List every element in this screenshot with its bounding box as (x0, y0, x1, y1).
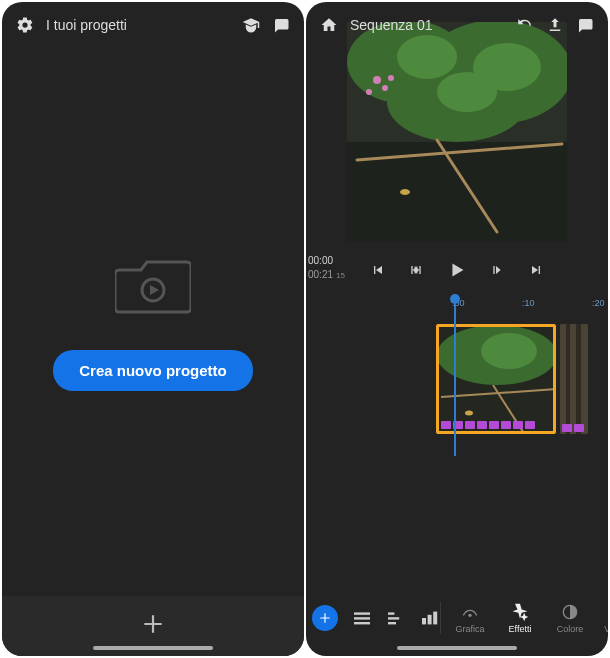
projects-topbar: I tuoi progetti (2, 2, 304, 48)
svg-point-18 (481, 333, 537, 369)
svg-rect-25 (354, 612, 370, 614)
svg-rect-23 (566, 324, 570, 434)
projects-screen: I tuoi progetti Crea nuovo progetto (2, 2, 304, 656)
playhead[interactable] (454, 298, 456, 456)
share-icon[interactable] (546, 16, 564, 34)
svg-point-10 (382, 85, 388, 91)
home-indicator (397, 646, 517, 650)
svg-rect-30 (388, 622, 396, 624)
home-icon[interactable] (320, 16, 338, 34)
svg-point-8 (437, 72, 497, 112)
play-icon[interactable] (446, 259, 468, 281)
sequence-title[interactable]: Sequenza 01 (350, 17, 433, 33)
tab-label: Effetti (509, 624, 532, 634)
undo-icon[interactable] (516, 16, 534, 34)
editor-toolrow: Grafica Effetti Colore Velocità Au (306, 594, 608, 642)
timeline[interactable] (306, 314, 608, 454)
tab-velocita[interactable]: Velocità (599, 602, 608, 634)
svg-point-12 (388, 75, 394, 81)
svg-rect-33 (433, 612, 437, 625)
editor-screen: Sequenza 01 00:00 00:2115 :00 :10 :20 (306, 2, 608, 656)
svg-point-21 (465, 411, 473, 416)
add-media-button[interactable] (312, 605, 338, 631)
svg-rect-32 (428, 615, 432, 625)
svg-rect-24 (576, 324, 581, 434)
svg-point-11 (366, 89, 372, 95)
projects-title: I tuoi progetti (46, 17, 127, 33)
svg-rect-27 (354, 622, 370, 624)
video-preview[interactable] (347, 22, 567, 242)
tab-effetti[interactable]: Effetti (499, 602, 541, 634)
transport-controls (306, 254, 608, 286)
projects-empty-state: Crea nuovo progetto (2, 48, 304, 596)
folder-play-icon (115, 254, 191, 320)
tab-label: Colore (557, 624, 584, 634)
track-view-icon[interactable] (386, 610, 406, 626)
clip-audio-track (560, 424, 586, 434)
svg-point-15 (400, 189, 410, 195)
skip-start-icon[interactable] (370, 262, 386, 278)
ruler-tick: :20 (592, 298, 605, 308)
layout-icon[interactable] (420, 610, 440, 626)
svg-rect-26 (354, 617, 370, 619)
toolrow-divider (440, 602, 441, 634)
projects-bottombar (2, 596, 304, 656)
svg-rect-28 (388, 612, 394, 614)
project-panel-icon[interactable] (352, 610, 372, 626)
chat-icon[interactable] (576, 16, 594, 34)
editor-topbar: Sequenza 01 (306, 2, 608, 48)
timeline-clip[interactable] (560, 324, 588, 434)
step-back-icon[interactable] (408, 262, 424, 278)
gear-icon[interactable] (16, 16, 34, 34)
svg-rect-22 (560, 324, 588, 434)
home-indicator (93, 646, 213, 650)
plus-icon[interactable] (140, 611, 166, 641)
svg-point-34 (468, 614, 471, 617)
tab-label: Grafica (455, 624, 484, 634)
tab-colore[interactable]: Colore (549, 602, 591, 634)
tab-grafica[interactable]: Grafica (449, 602, 491, 634)
svg-rect-29 (388, 617, 399, 619)
ruler-tick: :10 (522, 298, 535, 308)
video-preview-wrap (306, 22, 608, 242)
svg-point-9 (373, 76, 381, 84)
skip-end-icon[interactable] (528, 262, 544, 278)
chat-icon[interactable] (272, 16, 290, 34)
tab-label: Velocità (604, 624, 608, 634)
svg-rect-31 (422, 618, 426, 624)
create-project-button[interactable]: Crea nuovo progetto (53, 350, 253, 391)
step-forward-icon[interactable] (490, 262, 506, 278)
learn-icon[interactable] (242, 16, 260, 34)
